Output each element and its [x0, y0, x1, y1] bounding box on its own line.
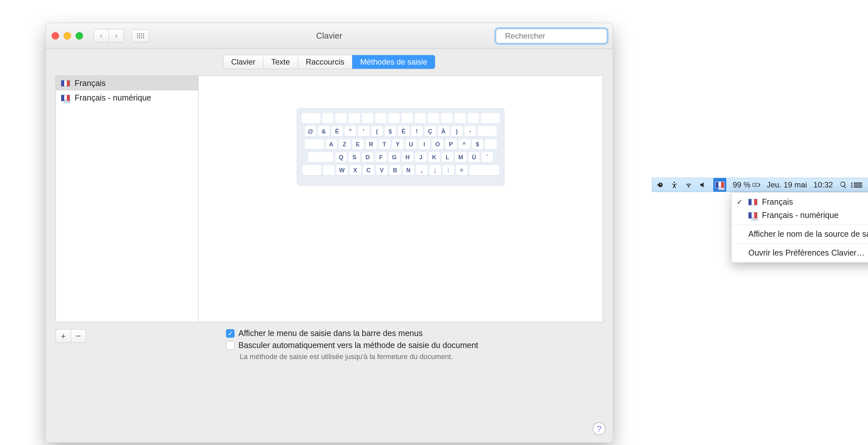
key: Ç [425, 126, 436, 136]
input-source-item[interactable]: Français [56, 76, 198, 91]
key: ) [451, 126, 463, 136]
options-checkboxes: ✓ Afficher le menu de saisie dans la bar… [226, 328, 478, 361]
traffic-lights [52, 32, 83, 39]
flag-france-icon [61, 80, 70, 87]
tab-clavier[interactable]: Clavier [223, 55, 264, 69]
key: " [345, 126, 356, 136]
key: @ [305, 126, 316, 136]
key: À [438, 126, 449, 136]
dropdown-item-show-name[interactable]: Afficher le nom de la source de saisie [732, 227, 868, 241]
search-input[interactable] [504, 31, 603, 41]
tab-methodes[interactable]: Méthodes de saisie [352, 55, 435, 69]
key: J [415, 152, 427, 162]
key: Ù [468, 152, 480, 162]
input-source-item[interactable]: 123 Français - numérique [56, 91, 198, 105]
key: H [402, 152, 413, 162]
time-display[interactable]: 10:32 [813, 180, 833, 189]
key: Z [339, 139, 350, 150]
plus-icon: + [61, 331, 65, 341]
key: I [419, 139, 430, 150]
dropdown-item-francais-numerique[interactable]: 123 Français - numérique [732, 209, 868, 222]
checkbox-off-icon [226, 341, 235, 350]
key: E [352, 139, 364, 150]
dropdown-item-label: Ouvrir les Préférences Clavier… [748, 248, 864, 257]
close-window-button[interactable] [52, 32, 59, 39]
input-source-label: Français - numérique [74, 93, 151, 102]
chevron-right-icon: › [115, 32, 117, 40]
zoom-window-button[interactable] [75, 32, 83, 39]
checkbox-label: Basculer automatiquement vers la méthode… [239, 341, 478, 350]
help-button[interactable]: ? [593, 422, 606, 435]
forward-button[interactable]: › [108, 30, 124, 42]
auto-switch-checkbox[interactable]: Basculer automatiquement vers la méthode… [226, 341, 478, 350]
key: M [455, 152, 466, 162]
search-icon [839, 181, 847, 189]
key: R [366, 139, 377, 150]
key: § [385, 126, 396, 136]
nav-back-forward: ‹ › [93, 29, 124, 43]
battery-menu[interactable]: 99 % [733, 180, 760, 189]
macos-menubar: 123 99 % Jeu. 19 mai 10:32 [652, 178, 868, 192]
tab-texte[interactable]: Texte [263, 55, 298, 69]
key: Q [335, 152, 347, 162]
notification-center-menu[interactable] [854, 183, 862, 188]
tabs-bar: Clavier Texte Raccourcis Méthodes de sai… [46, 49, 613, 69]
flag-france-numeric-icon: 123 [748, 212, 757, 219]
key: B [390, 165, 401, 176]
panel-body: Français 123 Français - numérique @ & [56, 75, 603, 322]
list-icon [854, 183, 862, 188]
volume-menu[interactable] [699, 181, 707, 189]
dropdown-separator [732, 224, 868, 225]
add-source-button[interactable]: + [56, 329, 71, 343]
auto-switch-hint: La méthode de saisie est utilisée jusqu'… [240, 353, 478, 361]
key: K [429, 152, 440, 162]
kbd-row: W X C V B N , ; : = [302, 165, 499, 176]
battery-charging-icon [752, 181, 760, 189]
flag-france-icon [748, 199, 757, 205]
wifi-icon [685, 181, 692, 189]
key: Y [392, 139, 404, 150]
accessibility-icon [671, 181, 678, 189]
dropdown-item-label: Français - numérique [762, 211, 838, 220]
key: U [405, 139, 417, 150]
key: S [349, 152, 360, 162]
remove-source-button[interactable]: − [71, 329, 86, 343]
key: È [398, 126, 409, 136]
key: ; [430, 165, 441, 176]
key: ( [371, 126, 383, 136]
dropdown-item-francais[interactable]: ✓ Français [732, 195, 868, 209]
show-all-prefs-button[interactable] [132, 30, 149, 42]
minimize-window-button[interactable] [64, 32, 71, 39]
flag-france-numeric-icon: 123 [715, 182, 724, 188]
date-text: Jeu. 19 mai [767, 180, 807, 189]
date-display[interactable]: Jeu. 19 mai [767, 180, 807, 189]
layout-preview-pane: @ & É " ' ( § È ! Ç À ) - A [198, 76, 603, 322]
key: W [336, 165, 348, 176]
key: N [403, 165, 414, 176]
back-button[interactable]: ‹ [94, 30, 108, 42]
key: D [362, 152, 373, 162]
keyboard-preview: @ & É " ' ( § È ! Ç À ) - A [297, 108, 504, 186]
key: A [326, 139, 337, 150]
input-source-menu[interactable]: 123 [713, 178, 726, 192]
key: G [389, 152, 400, 162]
spotlight-menu[interactable] [839, 181, 847, 189]
battery-percent: 99 % [733, 180, 751, 189]
add-remove-group: + − [56, 329, 86, 343]
key: & [318, 126, 330, 136]
dropdown-item-open-prefs[interactable]: Ouvrir les Préférences Clavier… [732, 246, 868, 259]
search-field-wrapper[interactable] [496, 29, 607, 43]
input-source-dropdown: ✓ Français 123 Français - numérique Affi… [731, 192, 868, 263]
key: L [442, 152, 453, 162]
key: C [363, 165, 374, 176]
svg-point-0 [674, 182, 675, 183]
show-input-menu-checkbox[interactable]: ✓ Afficher le menu de saisie dans la bar… [226, 328, 478, 338]
clock-back-icon [656, 181, 664, 189]
accessibility-menu[interactable] [671, 181, 678, 189]
key: , [416, 165, 428, 176]
wifi-menu[interactable] [685, 181, 692, 189]
tab-raccourcis[interactable]: Raccourcis [298, 55, 352, 69]
time-machine-menu[interactable] [656, 181, 664, 189]
kbd-row: @ & É " ' ( § È ! Ç À ) - [302, 126, 499, 136]
input-source-list[interactable]: Français 123 Français - numérique [56, 76, 198, 322]
